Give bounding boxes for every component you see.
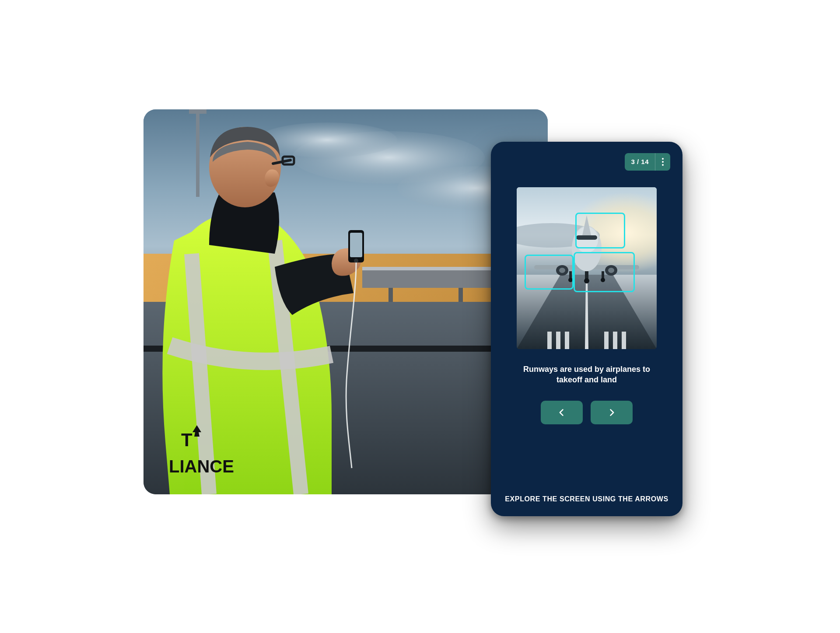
svg-text:LIANCE: LIANCE [169,457,234,476]
hotspot-box[interactable] [574,252,635,292]
more-vertical-icon [662,158,664,166]
footer-hint: EXPLORE THE SCREEN USING THE ARROWS [505,495,668,503]
svg-rect-13 [189,109,206,114]
svg-rect-28 [565,332,569,349]
kebab-menu-button[interactable] [655,153,670,171]
lesson-caption: Runways are used by airplanes to takeoff… [517,364,657,385]
svg-rect-12 [196,109,200,197]
svg-rect-15 [350,233,362,257]
svg-text:T: T [181,430,192,450]
next-button[interactable] [591,401,633,424]
svg-rect-30 [613,332,617,349]
svg-point-16 [354,259,358,263]
svg-rect-27 [556,332,560,349]
hotspot-box[interactable] [525,255,574,290]
lesson-image [517,187,657,349]
hotspot-box[interactable] [575,213,625,248]
prev-button[interactable] [541,401,583,424]
svg-rect-31 [622,332,626,349]
chevron-right-icon [607,406,616,419]
svg-rect-26 [547,332,552,349]
svg-rect-29 [604,332,609,349]
device-topbar: 3 / 14 [503,153,670,171]
progress-pill: 3 / 14 [625,153,670,171]
progress-count: 3 / 14 [625,153,655,171]
background-photo: T LIANCE [144,109,548,494]
chevron-left-icon [557,406,566,419]
nav-buttons [541,401,633,424]
mobile-device-mock: 3 / 14 [491,142,682,516]
